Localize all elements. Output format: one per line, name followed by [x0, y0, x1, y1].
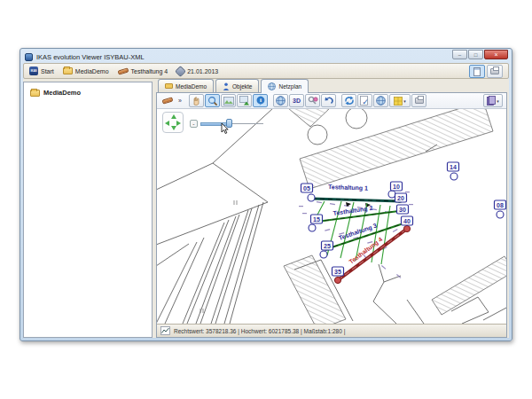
map-node-label[interactable]: 25 [324, 243, 331, 249]
pipe-icon [117, 67, 129, 74]
draw-pipe-tool[interactable] [160, 94, 175, 107]
report-icon [473, 67, 481, 76]
folder-icon [30, 90, 40, 97]
map-node-label[interactable]: 30 [399, 207, 406, 213]
statusbar: Rechtswert: 3578218.36 | Hochwert: 60217… [157, 324, 506, 337]
select-objects-button[interactable]: ✓ [357, 94, 372, 107]
content-tabs: MediaDemo Objekte Netzplan [156, 79, 507, 92]
mouse-cursor [221, 123, 229, 135]
export-dropdown-button[interactable]: ▾ [483, 94, 503, 107]
3d-label: 3D [293, 98, 301, 104]
zoom-tool-button[interactable] [205, 94, 220, 107]
map-node-label[interactable]: 20 [397, 195, 404, 201]
selected-pipe-endpoint[interactable] [403, 225, 410, 231]
print-map-button[interactable] [411, 94, 426, 107]
map-node-label[interactable]: 40 [403, 218, 411, 224]
refresh-button[interactable] [341, 94, 356, 107]
checklist-icon: ✓ [360, 96, 370, 106]
tree-item-label: MediaDemo [43, 89, 81, 97]
toolbar-item-label: MediaDemo [75, 68, 109, 74]
grid-yellow-icon [394, 97, 403, 106]
printer-icon [415, 98, 424, 104]
report-button[interactable] [469, 65, 485, 78]
chart-icon [160, 326, 170, 335]
zoom-fit-button[interactable] [221, 94, 236, 107]
selected-pipe-endpoint[interactable] [334, 277, 340, 283]
tab-netzplan[interactable]: Netzplan [261, 79, 309, 93]
undo-arrow-icon [324, 96, 334, 106]
tab-label: Netzplan [278, 83, 301, 90]
3d-view-button[interactable]: 3D [289, 94, 304, 107]
manhole-circle[interactable] [450, 173, 458, 180]
date-icon [175, 66, 186, 77]
settings-tool-button[interactable] [305, 94, 320, 107]
content-area: MediaDemo MediaDemo Objekte Netzplan [23, 79, 509, 338]
manhole-circle[interactable] [308, 194, 315, 201]
map-node-label[interactable]: 10 [393, 184, 400, 190]
tab-objekte[interactable]: Objekte [215, 79, 259, 92]
minimize-button[interactable]: – [452, 50, 467, 59]
print-button[interactable] [487, 65, 503, 78]
globe-view-button[interactable] [273, 94, 288, 107]
window-title: IKAS evolution Viewer ISYBAU-XML [36, 53, 145, 61]
toolbar-item-date[interactable]: 21.01.2013 [176, 67, 218, 75]
manhole-circle[interactable] [388, 191, 395, 198]
toolbar-item-label: Start [41, 68, 54, 74]
folder-icon [165, 83, 173, 89]
info-icon: i [256, 96, 265, 106]
toolbar-item-testhaltung4[interactable]: Testhaltung 4 [118, 68, 168, 74]
tab-label: Objekte [232, 83, 252, 90]
app-window: IKAS evolution Viewer ISYBAU-XML – □ × I… [20, 48, 512, 341]
manhole-circle[interactable] [320, 251, 327, 258]
ikas-icon: IKAS [29, 66, 38, 75]
netzplan-svg: Testhaltung 1Testhaltung 2Testhaltung 3T… [157, 109, 506, 324]
undo-button[interactable] [321, 94, 336, 107]
toolbar-item-label: Testhaltung 4 [131, 68, 168, 74]
map-panel: MediaDemo Objekte Netzplan » [156, 79, 507, 338]
image-arrow-icon [239, 96, 250, 106]
wrench-pink-icon [308, 96, 318, 106]
map-node-label[interactable]: 08 [497, 202, 504, 208]
toolbar-item-start[interactable]: IKAS Start [29, 66, 54, 75]
pipe-label[interactable]: Testhaltung 1 [328, 184, 368, 192]
expand-toolbar-button[interactable]: » [176, 98, 184, 104]
maximize-button[interactable]: □ [468, 50, 483, 59]
printer-icon [490, 68, 499, 74]
zoom-out-button[interactable]: - [190, 120, 198, 128]
map-canvas[interactable]: Testhaltung 1Testhaltung 2Testhaltung 3T… [157, 109, 506, 324]
manhole-circle[interactable] [497, 211, 504, 218]
map-toolbar: » i [157, 93, 506, 109]
export-book-icon [487, 96, 496, 106]
pan-tool-button[interactable] [189, 94, 204, 107]
chevron-down-icon: ▾ [497, 98, 499, 104]
pan-control[interactable] [162, 112, 184, 133]
layers-dropdown-button[interactable]: ▾ [389, 94, 411, 107]
tab-label: MediaDemo [176, 83, 207, 90]
globe-icon [376, 96, 386, 106]
info-tool-button[interactable]: i [253, 94, 268, 107]
lateral-pipe[interactable] [381, 206, 390, 264]
zoom-selection-button[interactable] [237, 94, 252, 107]
map-node-label[interactable]: 05 [303, 185, 310, 192]
chevron-down-icon: ▾ [403, 98, 406, 104]
close-button[interactable]: × [484, 50, 508, 59]
netzplan-view: » i [156, 92, 507, 338]
objects-icon [223, 82, 230, 90]
pan-left-icon[interactable] [165, 121, 169, 126]
toolbar-item-mediademo[interactable]: MediaDemo [63, 67, 109, 74]
map-node-label[interactable]: 15 [313, 216, 320, 223]
svg-text:i: i [260, 97, 262, 104]
toolbar-item-label: 21.01.2013 [187, 68, 218, 74]
map-node-label[interactable]: 14 [450, 164, 457, 170]
tree-item-mediademo[interactable]: MediaDemo [24, 82, 152, 97]
map-background-button[interactable] [373, 94, 388, 107]
map-node-label[interactable]: 35 [334, 269, 341, 275]
globe-icon [276, 96, 286, 106]
main-toolbar: IKAS Start MediaDemo Testhaltung 4 21.01… [23, 63, 509, 79]
pan-right-icon[interactable] [176, 121, 181, 126]
pan-down-icon[interactable] [171, 126, 176, 130]
manhole-circle[interactable] [309, 224, 316, 231]
tab-mediademo[interactable]: MediaDemo [158, 79, 214, 92]
status-coordinates: Rechtswert: 3578218.36 | Hochwert: 60217… [174, 328, 345, 334]
pan-up-icon[interactable] [171, 114, 176, 119]
